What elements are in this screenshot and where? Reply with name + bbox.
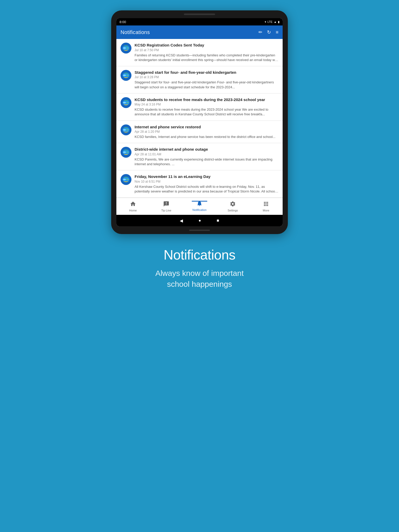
bottom-nav: Home Tip Line Notification Settings bbox=[116, 198, 283, 215]
filter-icon[interactable]: ≡ bbox=[276, 30, 278, 35]
android-nav-bar: ◀ ● ■ bbox=[116, 215, 283, 226]
promo-section: Notifications Always know of importantsc… bbox=[140, 247, 259, 310]
wifi-icon: ▾ bbox=[265, 20, 266, 24]
notification-content: Friday, November 11 is an eLearning Day … bbox=[135, 174, 278, 194]
status-time: 8:00 bbox=[119, 20, 126, 24]
nav-label-more: More bbox=[263, 209, 269, 212]
edit-icon[interactable]: ✏ bbox=[258, 29, 262, 35]
device-notch bbox=[184, 14, 215, 15]
notification-content: KCSD students to receive free meals duri… bbox=[135, 97, 278, 117]
nav-item-settings[interactable]: Settings bbox=[216, 198, 249, 215]
notification-item[interactable]: KCSD students to receive free meals duri… bbox=[116, 94, 283, 121]
back-button[interactable]: ◀ bbox=[180, 218, 183, 223]
notification-item[interactable]: District-wide internet and phone outage … bbox=[116, 143, 283, 170]
notification-content: Staggered start for four- and five-year-… bbox=[135, 70, 278, 90]
notification-item[interactable]: Staggered start for four- and five-year-… bbox=[116, 66, 283, 94]
notification-body: Staggered start for four- and five-year-… bbox=[135, 80, 278, 89]
app-bar: Notifications ✏ ↻ ≡ bbox=[116, 25, 283, 39]
notification-body: KCSD Parents, We are currently experienc… bbox=[135, 157, 278, 167]
nav-item-tipline[interactable]: Tip Line bbox=[150, 198, 183, 215]
notification-content: KCSD Registration Codes Sent Today Jul 1… bbox=[135, 43, 278, 62]
notification-title: Internet and phone service restored bbox=[135, 124, 278, 130]
nav-label-tipline: Tip Line bbox=[161, 209, 171, 212]
notification-item[interactable]: Internet and phone service restored Apr … bbox=[116, 121, 283, 143]
notification-avatar bbox=[121, 124, 131, 135]
app-bar-actions: ✏ ↻ ≡ bbox=[258, 29, 278, 35]
notification-date: Apr 28 at 1:20 PM bbox=[135, 130, 278, 134]
promo-title: Notifications bbox=[155, 247, 244, 263]
status-icons: ▾ LTE ▲ ▮ bbox=[265, 20, 280, 24]
notification-body: KCSD families, Internet and phone servic… bbox=[135, 135, 278, 139]
notification-item[interactable]: KCSD Registration Codes Sent Today Jul 1… bbox=[116, 39, 283, 66]
nav-label-notification: Notification bbox=[192, 208, 207, 211]
notification-date: Jul 10 at 3:28 PM bbox=[135, 75, 278, 79]
home-icon bbox=[130, 201, 136, 208]
notification-body: Families of returning KCSD students—incl… bbox=[135, 53, 278, 62]
refresh-icon[interactable]: ↻ bbox=[267, 29, 271, 35]
signal-icon: ▲ bbox=[274, 20, 277, 23]
device-bottom-handle bbox=[189, 230, 210, 231]
network-label: LTE bbox=[268, 20, 272, 23]
battery-icon: ▮ bbox=[278, 20, 280, 24]
nav-label-home: Home bbox=[129, 209, 137, 212]
notification-title: KCSD students to receive free meals duri… bbox=[135, 97, 278, 102]
notification-icon bbox=[196, 200, 203, 208]
status-bar: 8:00 ▾ LTE ▲ ▮ bbox=[116, 18, 283, 25]
notifications-list: KCSD Registration Codes Sent Today Jul 1… bbox=[116, 39, 283, 198]
nav-label-settings: Settings bbox=[228, 209, 238, 212]
notification-title: KCSD Registration Codes Sent Today bbox=[135, 43, 278, 48]
recents-button[interactable]: ■ bbox=[217, 218, 219, 223]
settings-icon bbox=[230, 201, 236, 208]
notification-date: Apr 28 at 11:01 AM bbox=[135, 152, 278, 156]
app-bar-title: Notifications bbox=[121, 29, 150, 35]
notification-body: All Kershaw County School District schoo… bbox=[135, 184, 278, 194]
notification-content: District-wide internet and phone outage … bbox=[135, 147, 278, 167]
nav-item-home[interactable]: Home bbox=[116, 198, 150, 215]
nav-item-notification[interactable]: Notification bbox=[183, 198, 216, 215]
notification-avatar bbox=[121, 174, 131, 185]
promo-subtitle: Always know of importantschool happening… bbox=[155, 268, 244, 290]
tipline-icon bbox=[163, 201, 169, 208]
notification-avatar bbox=[121, 70, 131, 81]
notification-content: Internet and phone service restored Apr … bbox=[135, 124, 278, 139]
notification-title: Friday, November 11 is an eLearning Day bbox=[135, 174, 278, 179]
device-screen: 8:00 ▾ LTE ▲ ▮ Notifications ✏ ↻ ≡ bbox=[116, 18, 283, 226]
notification-date: Nov 10 at 6:51 PM bbox=[135, 180, 278, 183]
notification-title: Staggered start for four- and five-year-… bbox=[135, 70, 278, 75]
notification-avatar bbox=[121, 97, 131, 108]
notification-title: District-wide internet and phone outage bbox=[135, 147, 278, 152]
home-button[interactable]: ● bbox=[198, 218, 201, 223]
nav-item-more[interactable]: More bbox=[249, 198, 283, 215]
notification-date: Jul 10 at 7:50 PM bbox=[135, 48, 278, 52]
notification-avatar bbox=[121, 43, 131, 54]
notification-date: May 24 at 3:16 PM bbox=[135, 103, 278, 106]
more-icon bbox=[263, 201, 269, 208]
notification-avatar bbox=[121, 147, 131, 158]
notification-body: KCSD students to receive free meals duri… bbox=[135, 107, 278, 117]
notification-item[interactable]: Friday, November 11 is an eLearning Day … bbox=[116, 170, 283, 198]
device-frame: 8:00 ▾ LTE ▲ ▮ Notifications ✏ ↻ ≡ bbox=[111, 10, 288, 234]
